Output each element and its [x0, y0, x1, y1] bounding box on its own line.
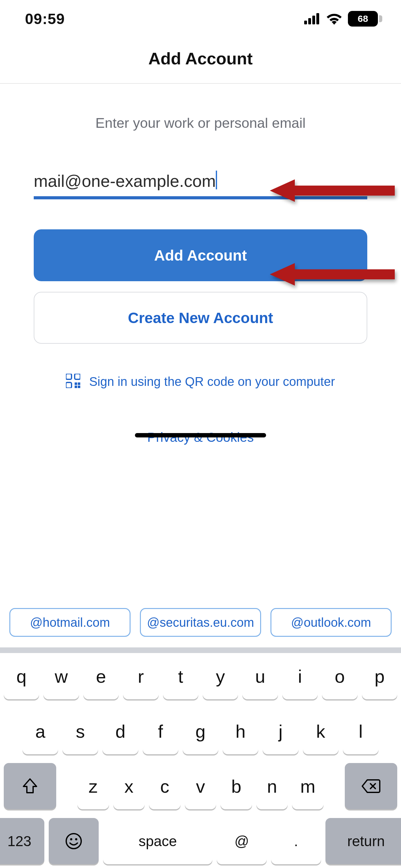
create-new-account-button[interactable]: Create New Account [34, 292, 367, 344]
email-prompt: Enter your work or personal email [34, 115, 367, 131]
qr-signin-row[interactable]: Sign in using the QR code on your comput… [34, 374, 367, 389]
email-suggestions: @hotmail.com @securitas.eu.com @outlook.… [0, 608, 401, 637]
svg-rect-10 [78, 385, 80, 388]
battery-icon: 68 [348, 11, 382, 27]
status-bar: 09:59 68 [0, 0, 401, 37]
text-caret [216, 170, 217, 189]
key-h[interactable]: h [223, 708, 258, 754]
wifi-icon [326, 13, 342, 25]
svg-rect-9 [75, 385, 77, 388]
space-key[interactable]: space [103, 818, 212, 864]
key-a[interactable]: a [23, 708, 58, 754]
at-key[interactable]: @ [217, 818, 267, 864]
home-indicator [135, 433, 266, 437]
key-f[interactable]: f [143, 708, 178, 754]
status-time: 09:59 [25, 10, 65, 28]
suggestion-chip[interactable]: @hotmail.com [9, 608, 131, 637]
email-field-wrap [34, 169, 367, 199]
key-q[interactable]: q [4, 653, 39, 699]
qr-code-icon [66, 374, 80, 389]
key-p[interactable]: p [362, 653, 397, 699]
return-key[interactable]: return [326, 818, 401, 864]
qr-signin-label: Sign in using the QR code on your comput… [89, 375, 335, 389]
svg-rect-4 [66, 374, 71, 379]
svg-rect-6 [66, 382, 71, 388]
keyboard-row-3: zxcvbnm [4, 763, 397, 809]
key-t[interactable]: t [163, 653, 198, 699]
suggestion-chip[interactable]: @securitas.eu.com [140, 608, 261, 637]
add-account-button[interactable]: Add Account [34, 229, 367, 281]
key-c[interactable]: c [149, 763, 180, 809]
key-k[interactable]: k [303, 708, 338, 754]
svg-rect-0 [304, 21, 307, 24]
dot-key[interactable]: . [271, 818, 321, 864]
key-d[interactable]: d [102, 708, 138, 754]
keyboard: qwertyuiop asdfghjkl zxcvbnm 123 space @… [0, 647, 401, 653]
content: Enter your work or personal email Add Ac… [0, 84, 401, 445]
svg-rect-3 [316, 13, 319, 24]
key-s[interactable]: s [63, 708, 98, 754]
keyboard-row-2: asdfghjkl [4, 708, 397, 754]
numbers-key[interactable]: 123 [0, 818, 44, 864]
status-indicators: 68 [304, 11, 382, 27]
svg-point-15 [75, 838, 77, 840]
svg-rect-2 [312, 16, 315, 24]
key-n[interactable]: n [257, 763, 288, 809]
suggestion-chip[interactable]: @outlook.com [270, 608, 392, 637]
key-i[interactable]: i [282, 653, 318, 699]
backspace-key[interactable] [345, 763, 397, 809]
page-title: Add Account [0, 49, 401, 68]
keyboard-row-1: qwertyuiop [4, 653, 397, 699]
svg-point-14 [70, 838, 72, 840]
svg-rect-8 [78, 382, 80, 385]
svg-rect-7 [75, 382, 77, 385]
key-x[interactable]: x [113, 763, 145, 809]
svg-rect-5 [75, 374, 80, 379]
battery-percent: 68 [358, 13, 368, 24]
key-e[interactable]: e [83, 653, 119, 699]
cellular-icon [304, 13, 321, 24]
emoji-key[interactable] [49, 818, 99, 864]
key-o[interactable]: o [322, 653, 357, 699]
key-u[interactable]: u [242, 653, 278, 699]
key-g[interactable]: g [183, 708, 218, 754]
privacy-row: Privacy & Cookies [34, 430, 367, 445]
svg-point-13 [66, 834, 81, 849]
key-m[interactable]: m [292, 763, 324, 809]
svg-rect-1 [308, 18, 311, 24]
key-z[interactable]: z [77, 763, 109, 809]
key-v[interactable]: v [185, 763, 216, 809]
shift-key[interactable] [4, 763, 56, 809]
key-y[interactable]: y [203, 653, 238, 699]
key-l[interactable]: l [343, 708, 378, 754]
keyboard-row-4: 123 space @ . return [4, 818, 397, 864]
email-input[interactable] [34, 169, 367, 199]
key-w[interactable]: w [43, 653, 79, 699]
key-b[interactable]: b [221, 763, 252, 809]
key-j[interactable]: j [263, 708, 298, 754]
key-r[interactable]: r [123, 653, 158, 699]
page-header: Add Account [0, 37, 401, 84]
